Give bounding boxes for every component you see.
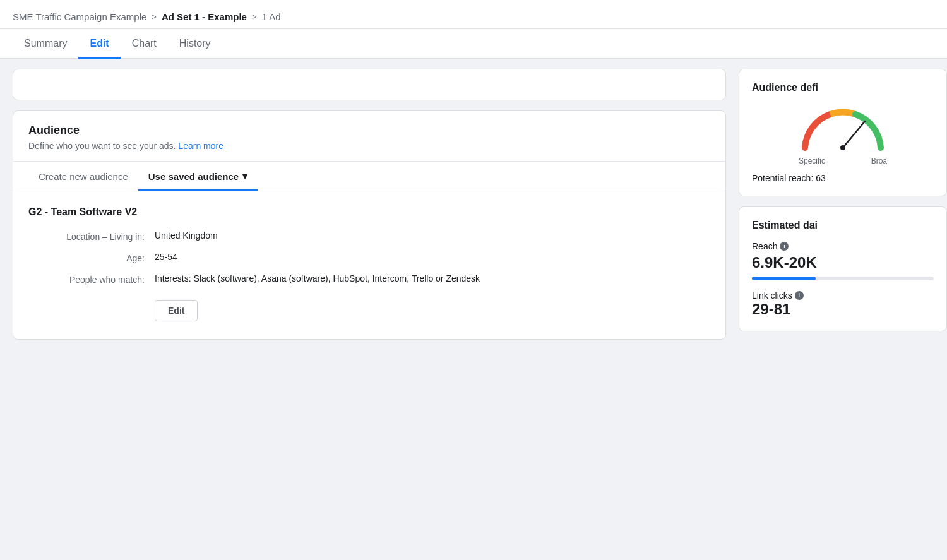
breadcrumb-adset: Ad Set 1 - Example: [162, 11, 247, 22]
people-who-match-label: People who match:: [28, 273, 155, 285]
link-clicks-label: Link clicks i: [752, 290, 934, 301]
audience-subtitle: Define who you want to see your ads. Lea…: [28, 141, 710, 151]
edit-audience-button[interactable]: Edit: [155, 300, 198, 321]
audience-content: G2 - Team Software V2 Location – Living …: [13, 191, 725, 339]
breadcrumb-sep-2: >: [252, 12, 257, 21]
estimated-daily-card: Estimated dai Reach i 6.9K-20K Link clic…: [739, 206, 947, 331]
tab-history[interactable]: History: [168, 29, 222, 59]
audience-card: Audience Define who you want to see your…: [13, 110, 726, 340]
location-value: United Kingdom: [155, 230, 710, 242]
breadcrumb: SME Traffic Campaign Example > Ad Set 1 …: [0, 0, 947, 29]
breadcrumb-ads: 1 Ad: [262, 11, 281, 22]
audience-definition-card: Audience defi: [739, 69, 947, 196]
saved-audience-name: G2 - Team Software V2: [28, 206, 710, 218]
subtab-use-saved[interactable]: Use saved audience ▾: [138, 162, 258, 191]
tab-summary[interactable]: Summary: [13, 29, 78, 59]
gauge-labels: Specific Broa: [799, 157, 887, 165]
learn-more-link[interactable]: Learn more: [178, 141, 223, 151]
audience-definition-title: Audience defi: [752, 82, 934, 93]
chevron-down-icon: ▾: [242, 170, 247, 182]
subtab-create-new[interactable]: Create new audience: [28, 162, 138, 191]
age-label: Age:: [28, 252, 155, 263]
link-clicks-value: 29-81: [752, 301, 934, 318]
audience-details: Location – Living in: United Kingdom Age…: [28, 230, 710, 285]
location-label: Location – Living in:: [28, 230, 155, 242]
tab-edit[interactable]: Edit: [78, 29, 120, 59]
reach-info-icon[interactable]: i: [780, 242, 789, 251]
gauge-broad-label: Broa: [871, 157, 887, 165]
gauge-specific-label: Specific: [799, 157, 825, 165]
breadcrumb-campaign: SME Traffic Campaign Example: [13, 11, 146, 22]
reach-value: 6.9K-20K: [752, 254, 934, 271]
gauge-svg: [799, 104, 887, 154]
people-who-match-value: Interests: Slack (software), Asana (soft…: [155, 273, 710, 285]
age-value: 25-54: [155, 252, 710, 263]
breadcrumb-sep-1: >: [152, 12, 157, 21]
potential-reach: Potential reach: 63: [752, 173, 934, 183]
main-tabs: Summary Edit Chart History: [0, 29, 947, 59]
audience-title: Audience: [28, 124, 710, 137]
reach-label: Reach i: [752, 241, 934, 251]
reach-bar: [752, 277, 934, 280]
audience-gauge: Specific Broa: [752, 104, 934, 165]
estimated-daily-title: Estimated dai: [752, 220, 934, 231]
audience-subtabs: Create new audience Use saved audience ▾: [13, 162, 725, 191]
svg-line-0: [843, 121, 865, 148]
top-card: [13, 69, 726, 100]
reach-bar-fill: [752, 277, 816, 280]
link-clicks-info-icon[interactable]: i: [795, 291, 804, 300]
audience-header: Audience Define who you want to see your…: [13, 111, 725, 162]
svg-point-1: [840, 145, 845, 150]
tab-chart[interactable]: Chart: [121, 29, 168, 59]
